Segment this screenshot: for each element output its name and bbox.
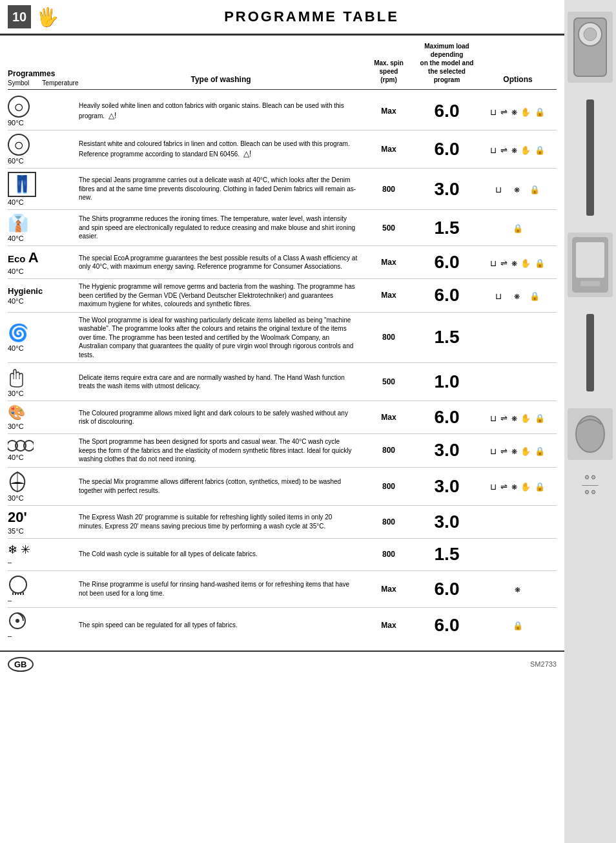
- programme-table: Programmes Symbol Temperature Type of wa…: [0, 36, 564, 647]
- prog-options: ⊔ ⇌ ❋ ✋ 🔒: [479, 479, 557, 493]
- prog-spin-speed: 800: [363, 446, 415, 455]
- prog-symbol-cell: 👖40°C: [8, 172, 79, 206]
- table-row: ○60°CResistant white and coloured fabric…: [8, 130, 557, 169]
- prog-description: The Rinse programme is useful for rinsin…: [79, 580, 363, 598]
- prog-description: The Coloured programme allows mixed ligh…: [79, 409, 363, 426]
- table-row: ❄ ✳–The Cold wash cycle is suitable for …: [8, 539, 557, 571]
- caution-icon: △!: [243, 149, 251, 159]
- prog-max-load: 6.0: [415, 580, 479, 598]
- table-row: 20'35°CThe Express Wash 20' programme is…: [8, 506, 557, 539]
- prog-description: The Wool programme is ideal for washing …: [79, 316, 363, 360]
- table-row: 👔40°CThe Shirts programme reduces the ir…: [8, 210, 557, 246]
- col-programmes: Programmes Symbol Temperature: [8, 69, 79, 87]
- prog-spin-speed: Max: [363, 258, 415, 267]
- prog-description: Resistant white and coloured fabrics in …: [79, 140, 363, 159]
- prog-max-load: 3.0: [415, 441, 479, 459]
- prog-temperature: 40°C: [8, 234, 24, 242]
- prog-description: The special Mix programme allows differe…: [79, 477, 363, 495]
- prog-options: ⊔ ⇌ ❋ ✋ 🔒: [479, 256, 557, 269]
- prog-temperature: 40°C: [8, 297, 24, 305]
- prog-spin-speed: 800: [363, 482, 415, 491]
- prog-spin-speed: 800: [363, 185, 415, 194]
- table-row: –The Rinse programme is useful for rinsi…: [8, 571, 557, 608]
- table-row: 🌀40°CThe Wool programme is ideal for was…: [8, 313, 557, 364]
- prog-description: The Hygienic programme will remove germs…: [79, 282, 363, 309]
- table-row: –The spin speed can be regulated for all…: [8, 608, 557, 643]
- prog-temperature: 30°C: [8, 390, 24, 397]
- prog-symbol-cell: 👔40°C: [8, 213, 79, 242]
- prog-max-load: 6.0: [415, 140, 479, 158]
- prog-options: ⊔ ⇌ ❋ ✋ 🔒: [479, 105, 557, 118]
- prog-max-load: 6.0: [415, 253, 479, 271]
- prog-description: The spin speed can be regulated for all …: [79, 621, 363, 630]
- prog-spin-speed: Max: [363, 107, 415, 116]
- svg-point-13: [584, 28, 597, 41]
- footer-gb-badge: GB: [8, 657, 34, 672]
- prog-symbol-cell: 20'35°C: [8, 509, 79, 535]
- prog-description: The Sport programme has been designed fo…: [79, 437, 363, 464]
- prog-description: Heavily soiled white linen and cotton fa…: [79, 101, 363, 121]
- prog-description: The special EcoA programme guarantees th…: [79, 254, 363, 271]
- prog-temperature: –: [8, 596, 12, 604]
- col-type-washing: Type of washing: [79, 75, 363, 87]
- prog-description: The Express Wash 20' programme is suitab…: [79, 513, 363, 530]
- prog-max-load: 1.5: [415, 328, 479, 346]
- prog-description: The special Jeans programme carries out …: [79, 176, 363, 202]
- prog-temperature: 35°C: [8, 527, 24, 535]
- table-row: 👖40°CThe special Jeans programme carries…: [8, 169, 557, 210]
- table-row: ○90°CHeavily soiled white linen and cott…: [8, 92, 557, 130]
- sidebar-image-1: [568, 12, 613, 83]
- right-sidebar: ⚙ ⚙────⚙ ⚙: [564, 0, 616, 843]
- prog-symbol-cell: 30°C: [8, 471, 79, 502]
- prog-description: The Shirts programme reduces the ironing…: [79, 214, 363, 241]
- table-row: 🎨30°CThe Coloured programme allows mixed…: [8, 401, 557, 434]
- prog-spin-speed: 800: [363, 517, 415, 526]
- prog-options: 🔒: [479, 618, 557, 632]
- prog-temperature: 40°C: [8, 198, 24, 206]
- programme-rows: ○90°CHeavily soiled white linen and cott…: [8, 92, 557, 643]
- caution-icon: △!: [108, 110, 116, 121]
- prog-max-load: 1.0: [415, 373, 479, 391]
- prog-spin-speed: Max: [363, 621, 415, 630]
- prog-symbol-cell: Eco A40°C: [8, 249, 79, 275]
- prog-max-load: 6.0: [415, 616, 479, 634]
- prog-options: ⊔ ⇌ ❋ ✋ 🔒: [479, 143, 557, 156]
- prog-symbol-cell: –: [8, 574, 79, 604]
- page-title: PROGRAMME TABLE: [67, 8, 557, 25]
- prog-max-load: 1.5: [415, 219, 479, 237]
- prog-temperature: 40°C: [8, 344, 24, 352]
- svg-point-17: [576, 416, 604, 452]
- sidebar-image-2: [568, 233, 613, 297]
- prog-max-load: 6.0: [415, 286, 479, 304]
- prog-symbol-cell: ○60°C: [8, 134, 79, 165]
- svg-rect-16: [580, 281, 600, 286]
- prog-max-load: 3.0: [415, 513, 479, 531]
- prog-spin-speed: 500: [363, 224, 415, 233]
- footer-code: SM2733: [530, 660, 557, 668]
- prog-symbol-cell: Hygienic40°C: [8, 286, 79, 305]
- prog-options: ⊔ ❋ 🔒: [479, 289, 557, 302]
- prog-temperature: 90°C: [8, 119, 24, 127]
- sidebar-image-3: [568, 408, 613, 460]
- prog-symbol-cell: ❄ ✳–: [8, 543, 79, 566]
- table-row: 30°CThe special Mix programme allows dif…: [8, 468, 557, 506]
- svg-point-3: [10, 576, 26, 593]
- prog-temperature: –: [8, 558, 12, 566]
- prog-description: Delicate items require extra care and ar…: [79, 373, 363, 391]
- table-row: 30°CDelicate items require extra care an…: [8, 363, 557, 401]
- prog-options: ⊔ ⇌ ❋ ✋ 🔒: [479, 444, 557, 457]
- table-row: Hygienic40°CThe Hygienic programme will …: [8, 279, 557, 313]
- prog-spin-speed: Max: [363, 291, 415, 300]
- prog-temperature: 40°C: [8, 267, 24, 275]
- prog-temperature: 40°C: [8, 453, 24, 461]
- page-number: 10: [8, 5, 31, 28]
- prog-spin-speed: 800: [363, 550, 415, 559]
- prog-symbol-cell: 30°C: [8, 366, 79, 397]
- prog-spin-speed: Max: [363, 413, 415, 422]
- prog-symbol-cell: –: [8, 611, 79, 640]
- prog-description: The Cold wash cycle is suitable for all …: [79, 550, 363, 559]
- prog-spin-speed: Max: [363, 585, 415, 594]
- col-spin-speed: Max. spinspeed(rpm): [363, 59, 415, 87]
- table-row: Eco A40°CThe special EcoA programme guar…: [8, 246, 557, 279]
- prog-max-load: 3.0: [415, 477, 479, 495]
